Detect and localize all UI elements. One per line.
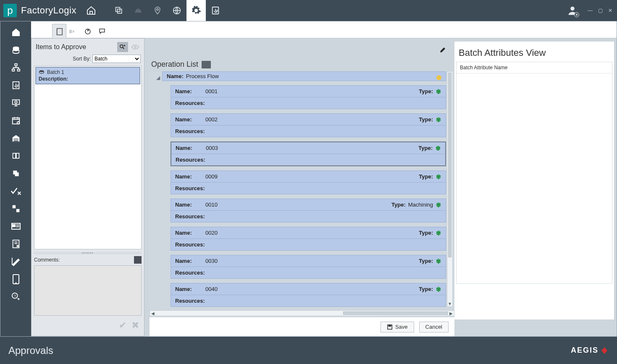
gear-icon[interactable] (186, 0, 206, 21)
rail-phone-icon[interactable] (8, 273, 24, 285)
home-icon[interactable] (81, 0, 101, 21)
maximize-icon[interactable]: ▢ (596, 6, 604, 15)
type-value: Machining (408, 202, 433, 208)
rail-structure-icon[interactable] (8, 62, 24, 73)
name-label: Name: (176, 145, 206, 151)
svg-rect-15 (12, 118, 19, 124)
operation-card[interactable]: Name:0030Type:Resources: (171, 255, 446, 279)
rail-warehouse-icon[interactable] (8, 132, 24, 144)
rail-card-icon[interactable] (8, 220, 24, 232)
sort-by-label: Sort By: (73, 56, 91, 62)
svg-rect-2 (135, 12, 142, 13)
items-to-approve-panel: Items to Approve Sort By: Batch (31, 38, 144, 336)
left-rail: ? (0, 21, 31, 336)
operation-panel: Operation List ◢ Name: Process Flow (144, 38, 454, 336)
type-label: Type: (419, 173, 436, 180)
resources-label: Resources: (175, 128, 205, 134)
svg-point-31 (134, 46, 136, 48)
rail-shapes-icon[interactable] (8, 203, 24, 215)
windows-icon[interactable] (109, 0, 129, 21)
eye-icon[interactable] (130, 42, 141, 52)
name-value: 0020 (205, 230, 218, 236)
splitter[interactable] (34, 252, 142, 254)
process-flow-header[interactable]: Name: Process Flow (162, 71, 446, 81)
rail-data-icon[interactable] (8, 44, 24, 56)
svg-point-6 (570, 7, 574, 10)
rail-check-x-icon[interactable] (8, 185, 24, 197)
minimize-icon[interactable]: — (586, 6, 594, 15)
rail-calendar-icon[interactable] (8, 115, 24, 126)
operation-card[interactable]: Name:0003Type:Resources: (171, 141, 446, 166)
rail-monitor-icon[interactable] (8, 97, 24, 109)
flow-name-label: Name: (167, 73, 184, 79)
rail-copy-icon[interactable] (8, 168, 24, 179)
calculator-icon[interactable] (134, 256, 142, 264)
svg-rect-13 (12, 100, 19, 105)
name-value: 0040 (205, 286, 218, 292)
tab-notes-icon[interactable] (52, 24, 66, 38)
filter-search-icon[interactable] (117, 42, 128, 52)
sort-by-select[interactable]: Batch (92, 55, 141, 63)
rail-history-icon[interactable] (8, 79, 24, 91)
tab-comment-icon[interactable] (95, 24, 109, 38)
cube-icon (435, 145, 441, 151)
cube-icon (436, 258, 441, 264)
operation-card[interactable]: Name:0010Type:MachiningResources: (171, 199, 446, 223)
type-label: Type: (419, 258, 436, 264)
rail-home-icon[interactable] (8, 26, 24, 38)
rail-doc-x-icon[interactable] (8, 238, 24, 250)
svg-rect-28 (69, 30, 72, 33)
location-icon[interactable] (148, 0, 167, 21)
name-label: Name: (175, 230, 205, 236)
tab-flag-icon[interactable] (66, 24, 81, 38)
reject-icon[interactable]: ✖ (131, 320, 139, 331)
resources-label: Resources: (175, 270, 205, 276)
batch-attributes-title: Batch Attributes View (459, 47, 610, 58)
rail-book-icon[interactable] (8, 150, 24, 162)
attributes-column-header[interactable]: Batch Attribute Name (457, 62, 612, 73)
items-to-approve-title: Items to Approve (36, 43, 116, 51)
svg-rect-19 (12, 205, 16, 209)
cube-icon (436, 117, 441, 123)
operation-card[interactable]: Name:0009Type:Resources: (171, 170, 446, 194)
operation-list-title: Operation List (151, 60, 198, 69)
name-label: Name: (175, 116, 205, 123)
history-icon[interactable] (206, 0, 225, 21)
batch-card[interactable]: Batch 1 Description: (35, 67, 140, 84)
horizontal-scrollbar[interactable]: ◀ ▶ (150, 310, 454, 316)
resources-label: Resources: (175, 100, 205, 106)
rail-ruler-icon[interactable] (8, 256, 24, 267)
edit-icon[interactable] (439, 47, 447, 54)
comments-textarea[interactable] (34, 265, 142, 316)
collapse-toggle[interactable]: ◢ (154, 71, 162, 307)
close-icon[interactable]: ✕ (606, 6, 614, 15)
operation-card[interactable]: Name:0020Type:Resources: (171, 227, 446, 251)
save-button[interactable]: Save (381, 322, 414, 333)
helmet-icon[interactable] (129, 0, 148, 21)
svg-point-32 (39, 71, 44, 72)
attributes-body (457, 73, 612, 283)
operation-card[interactable]: Name:0040Type:Resources: (171, 283, 446, 307)
accept-icon[interactable]: ✔ (119, 320, 126, 331)
svg-rect-24 (13, 275, 19, 284)
resources-label: Resources: (175, 185, 205, 191)
svg-point-33 (436, 75, 441, 80)
rail-help-icon[interactable]: ? (8, 291, 24, 303)
type-label: Type: (418, 145, 435, 151)
cube-icon (436, 286, 441, 292)
svg-point-30 (120, 45, 123, 48)
grid-view-icon[interactable] (202, 61, 211, 68)
tab-refresh-icon[interactable] (81, 24, 95, 38)
operation-card[interactable]: Name:0002Type:Resources: (171, 113, 446, 137)
titlebar-nav (81, 0, 225, 21)
cancel-button[interactable]: Cancel (419, 322, 449, 333)
operation-scroll: ◢ Name: Process Flow Name:0001Type:Resou… (150, 71, 454, 317)
svg-rect-11 (17, 69, 19, 71)
user-icon[interactable] (566, 4, 579, 17)
operation-card[interactable]: Name:0001Type:Resources: (171, 85, 446, 109)
globe-icon[interactable] (167, 0, 186, 21)
batch-attributes-panel: Batch Attributes View Batch Attribute Na… (454, 42, 614, 319)
vertical-scrollbar[interactable]: ▲ ▼ (447, 71, 453, 307)
type-label: Type: (419, 286, 436, 292)
name-value: 0003 (206, 145, 218, 151)
